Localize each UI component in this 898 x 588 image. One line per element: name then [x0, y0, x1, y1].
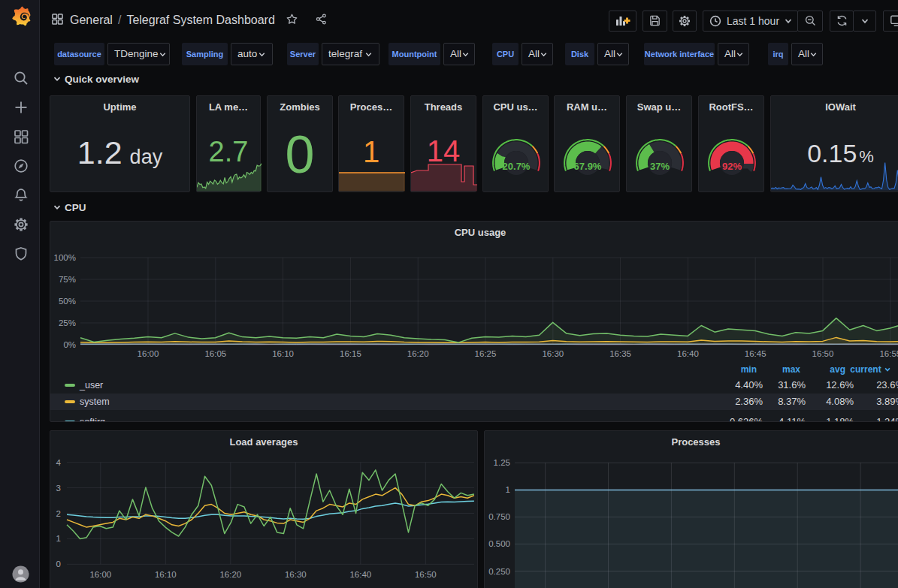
svg-text:16:00: 16:00 — [138, 349, 159, 358]
svg-text:37%: 37% — [650, 161, 670, 172]
svg-text:16:50: 16:50 — [415, 570, 437, 579]
svg-text:4: 4 — [56, 458, 62, 467]
svg-text:16:30: 16:30 — [542, 349, 564, 358]
svg-text:75%: 75% — [59, 275, 76, 284]
svg-text:100%: 100% — [54, 253, 76, 262]
svg-text:16:15: 16:15 — [340, 349, 361, 358]
svg-text:16:20: 16:20 — [219, 570, 241, 579]
svg-text:1.25: 1.25 — [494, 458, 510, 467]
svg-text:25%: 25% — [59, 318, 76, 327]
svg-text:0.250: 0.250 — [488, 567, 510, 576]
svg-text:1: 1 — [56, 534, 61, 543]
svg-text:0%: 0% — [63, 340, 76, 349]
svg-text:16:35: 16:35 — [609, 349, 631, 358]
svg-text:1: 1 — [506, 485, 510, 494]
svg-text:16:45: 16:45 — [745, 349, 766, 358]
svg-text:0.750: 0.750 — [488, 512, 510, 521]
svg-text:50%: 50% — [59, 297, 76, 306]
svg-text:16:40: 16:40 — [349, 570, 371, 579]
svg-text:16:40: 16:40 — [677, 349, 699, 358]
svg-text:16:25: 16:25 — [475, 349, 497, 358]
svg-text:0: 0 — [56, 559, 61, 568]
svg-text:16:30: 16:30 — [285, 570, 307, 579]
svg-text:92%: 92% — [722, 161, 742, 172]
svg-text:16:50: 16:50 — [812, 349, 834, 358]
svg-text:16:00: 16:00 — [89, 570, 111, 579]
svg-text:2: 2 — [56, 509, 61, 518]
svg-text:0.500: 0.500 — [488, 539, 510, 548]
svg-text:16:10: 16:10 — [155, 570, 177, 579]
svg-text:16:10: 16:10 — [272, 349, 294, 358]
svg-text:67.9%: 67.9% — [574, 161, 602, 172]
svg-text:16:05: 16:05 — [204, 349, 226, 358]
svg-text:16:55: 16:55 — [879, 349, 898, 358]
svg-text:3: 3 — [56, 484, 61, 493]
svg-text:20.7%: 20.7% — [503, 161, 531, 172]
svg-text:16:20: 16:20 — [407, 349, 429, 358]
